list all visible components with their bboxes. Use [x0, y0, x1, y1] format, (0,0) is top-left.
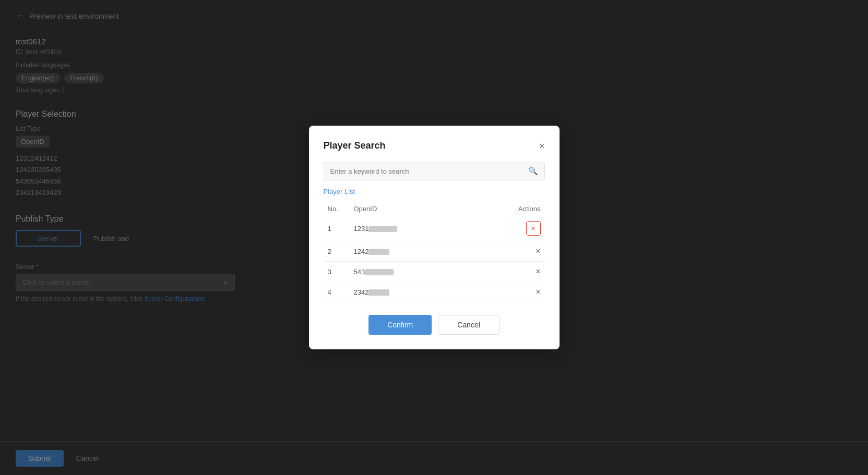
table-row: 4 2342 ×: [324, 282, 545, 302]
row-4-openid: 2342: [350, 282, 473, 302]
table-row: 2 1242 ×: [324, 241, 545, 262]
delete-button-2[interactable]: ×: [536, 247, 540, 256]
row-3-openid: 543: [350, 262, 473, 282]
search-icon: 🔍: [528, 166, 538, 176]
row-2-actions: ×: [472, 241, 544, 262]
confirm-button[interactable]: Confirm: [368, 315, 432, 335]
col-header-actions: Actions: [472, 202, 544, 216]
player-table: No. OpenID Actions 1 1231 × 2: [324, 202, 545, 302]
player-list-label: Player List: [324, 188, 545, 196]
modal-cancel-button[interactable]: Cancel: [438, 315, 500, 335]
search-bar[interactable]: 🔍: [324, 162, 545, 180]
row-1-no: 1: [324, 216, 350, 241]
row-2-no: 2: [324, 241, 350, 262]
row-3-actions: ×: [472, 262, 544, 282]
col-header-no: No.: [324, 202, 350, 216]
row-3-no: 3: [324, 262, 350, 282]
table-header-row: No. OpenID Actions: [324, 202, 545, 216]
delete-button-4[interactable]: ×: [536, 287, 540, 297]
modal-footer: Confirm Cancel: [324, 315, 545, 335]
search-input[interactable]: [330, 167, 528, 175]
modal-close-button[interactable]: ×: [539, 141, 545, 151]
modal-header: Player Search ×: [324, 140, 545, 151]
delete-button-3[interactable]: ×: [536, 267, 540, 276]
player-search-modal: Player Search × 🔍 Player List No. OpenID…: [309, 126, 560, 349]
modal-title: Player Search: [324, 140, 386, 151]
row-1-openid: 1231: [350, 216, 473, 241]
table-row: 3 543 ×: [324, 262, 545, 282]
row-1-actions: ×: [472, 216, 544, 241]
row-4-actions: ×: [472, 282, 544, 302]
delete-button-red-1[interactable]: ×: [526, 221, 541, 236]
modal-overlay: Player Search × 🔍 Player List No. OpenID…: [0, 0, 868, 475]
row-4-no: 4: [324, 282, 350, 302]
row-2-openid: 1242: [350, 241, 473, 262]
col-header-openid: OpenID: [350, 202, 473, 216]
table-row: 1 1231 ×: [324, 216, 545, 241]
